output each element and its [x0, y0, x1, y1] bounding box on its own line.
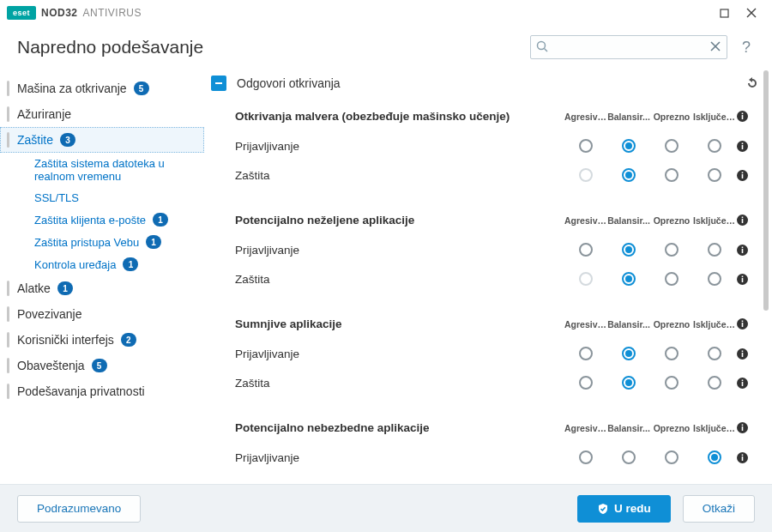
sidebar: Mašina za otkrivanje5AžuriranjeZaštite3Z…	[0, 63, 204, 484]
radio-button[interactable]	[665, 450, 679, 464]
info-icon[interactable]	[736, 169, 760, 182]
svg-rect-33	[742, 382, 744, 386]
radio-button[interactable]	[708, 243, 721, 257]
column-labels: AgresivnoBalansir...OpreznoIsključeno	[564, 215, 736, 226]
column-label: Agresivno	[564, 215, 607, 226]
radio-button[interactable]	[665, 272, 679, 286]
radio-button[interactable]	[579, 347, 593, 360]
header: Napredno podešavanje ?	[0, 26, 772, 63]
info-icon[interactable]	[736, 377, 760, 390]
svg-rect-10	[742, 113, 744, 115]
sidebar-item-label: Obaveštenja	[17, 359, 85, 372]
radio-button[interactable]	[579, 376, 593, 390]
radio-button[interactable]	[622, 376, 636, 390]
sidebar-item-label: Zaštite	[17, 133, 53, 147]
radio-button[interactable]	[579, 139, 593, 153]
sidebar-item[interactable]: SSL/TLS	[17, 187, 204, 209]
default-button[interactable]: Podrazumevano	[17, 495, 141, 523]
sidebar-item[interactable]: Kontrola uređaja1	[17, 253, 204, 275]
radio-button[interactable]	[622, 272, 636, 286]
settings-group: Potencijalno nebezbedne aplikacijeAgresi…	[235, 413, 760, 484]
radio-button[interactable]	[622, 450, 636, 464]
info-icon[interactable]	[736, 348, 760, 360]
radio-button[interactable]	[665, 243, 679, 257]
settings-group: Potencijalno neželjene aplikacijeAgresiv…	[235, 205, 760, 309]
footer: Podrazumevano U redu Otkaži	[0, 484, 772, 532]
sidebar-item[interactable]: Alatke1	[0, 275, 204, 301]
radio-button[interactable]	[579, 450, 593, 464]
info-icon[interactable]	[736, 110, 760, 123]
svg-rect-15	[742, 174, 744, 178]
window-maximize-icon[interactable]	[710, 1, 738, 25]
sidebar-item[interactable]: Zaštita klijenta e-pošte1	[17, 209, 204, 231]
sidebar-item[interactable]: Zaštita sistema datoteka u realnom vreme…	[17, 153, 204, 187]
info-icon[interactable]	[736, 214, 760, 227]
sidebar-item[interactable]: Zaštite3	[0, 127, 204, 153]
window-close-icon[interactable]	[738, 1, 765, 25]
radio-cell	[607, 272, 650, 286]
radio-button[interactable]	[665, 376, 679, 390]
radio-button[interactable]	[622, 243, 636, 257]
info-icon[interactable]	[736, 273, 760, 286]
radio-button[interactable]	[622, 139, 636, 153]
sidebar-item-label: SSL/TLS	[34, 191, 79, 204]
sidebar-item[interactable]: Ažuriranje	[0, 101, 204, 127]
search-input[interactable]	[530, 35, 727, 59]
radio-button[interactable]	[708, 139, 721, 153]
cancel-button[interactable]: Otkaži	[683, 495, 755, 523]
scrollbar[interactable]	[763, 70, 769, 477]
badge: 1	[146, 235, 161, 249]
sidebar-item-label: Zaštita pristupa Vebu	[34, 236, 139, 249]
row-label: Zaštita	[235, 169, 564, 182]
ok-button[interactable]: U redu	[577, 495, 671, 523]
help-icon[interactable]: ?	[738, 39, 755, 57]
settings-group: Otkrivanja malvera (obezbeđuje mašinsko …	[235, 101, 760, 205]
radio-button[interactable]	[665, 139, 679, 153]
sidebar-item[interactable]: Obaveštenja5	[0, 353, 204, 378]
scrollbar-thumb[interactable]	[763, 70, 769, 311]
column-label: Agresivno	[564, 423, 607, 433]
info-icon[interactable]	[736, 451, 760, 464]
sidebar-item[interactable]: Povezivanje	[0, 301, 204, 327]
radio-button[interactable]	[708, 376, 721, 390]
info-icon[interactable]	[736, 421, 760, 434]
radio-button[interactable]	[665, 347, 679, 360]
column-label: Isključeno	[693, 319, 736, 329]
radio-cell	[607, 450, 650, 464]
info-icon[interactable]	[736, 244, 760, 257]
radio-cell	[650, 168, 693, 182]
undo-icon[interactable]	[745, 76, 760, 91]
radio-button[interactable]	[622, 168, 636, 182]
radio-group	[564, 168, 736, 182]
radio-button[interactable]	[665, 168, 679, 182]
sidebar-item-label: Kontrola uređaja	[34, 258, 116, 271]
radio-cell	[693, 450, 736, 464]
info-icon[interactable]	[736, 317, 760, 330]
svg-rect-21	[742, 249, 744, 253]
sidebar-item-label: Podešavanja privatnosti	[17, 384, 145, 398]
row-label: Zaštita	[235, 377, 564, 390]
badge: 1	[57, 281, 73, 295]
row-label: Prijavljivanje	[235, 140, 564, 153]
radio-cell	[693, 347, 736, 360]
column-labels: AgresivnoBalansir...OpreznoIsključeno	[564, 112, 736, 122]
radio-button[interactable]	[708, 347, 721, 360]
info-icon[interactable]	[736, 140, 760, 153]
radio-cell	[693, 168, 736, 182]
sidebar-item[interactable]: Zaštita pristupa Vebu1	[17, 231, 204, 253]
collapse-icon[interactable]	[211, 76, 226, 91]
radio-button[interactable]	[579, 243, 593, 257]
radio-button[interactable]	[622, 347, 636, 360]
clear-icon[interactable]	[709, 40, 721, 52]
column-label: Balansir...	[607, 319, 650, 329]
sidebar-item[interactable]: Mašina za otkrivanje5	[0, 76, 204, 101]
radio-button[interactable]	[708, 450, 721, 464]
group-title: Potencijalno nebezbedne aplikacije	[235, 421, 564, 434]
svg-rect-12	[742, 145, 744, 149]
brand: eset NOD32 ANTIVIRUS	[7, 6, 142, 20]
sidebar-item[interactable]: Podešavanja privatnosti	[0, 378, 204, 404]
radio-button[interactable]	[708, 272, 721, 286]
sidebar-item-label: Zaštita klijenta e-pošte	[34, 214, 146, 227]
radio-button[interactable]	[708, 168, 721, 182]
sidebar-item[interactable]: Korisnički interfejs2	[0, 327, 204, 353]
